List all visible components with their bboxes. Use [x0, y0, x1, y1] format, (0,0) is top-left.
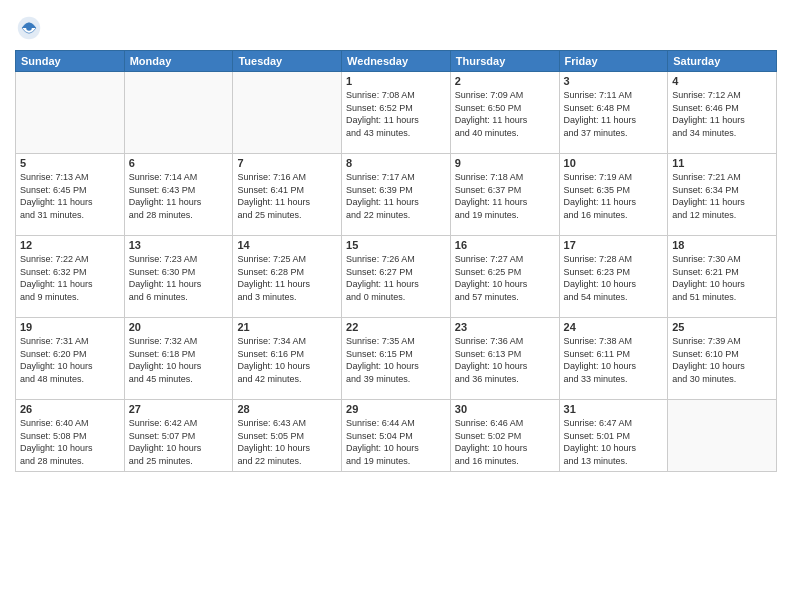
- day-cell: 7Sunrise: 7:16 AM Sunset: 6:41 PM Daylig…: [233, 154, 342, 236]
- day-cell: 9Sunrise: 7:18 AM Sunset: 6:37 PM Daylig…: [450, 154, 559, 236]
- day-number: 17: [564, 239, 664, 251]
- day-number: 7: [237, 157, 337, 169]
- day-cell: 1Sunrise: 7:08 AM Sunset: 6:52 PM Daylig…: [342, 72, 451, 154]
- day-cell: 20Sunrise: 7:32 AM Sunset: 6:18 PM Dayli…: [124, 318, 233, 400]
- svg-point-1: [26, 25, 32, 31]
- day-cell: 15Sunrise: 7:26 AM Sunset: 6:27 PM Dayli…: [342, 236, 451, 318]
- col-header-monday: Monday: [124, 51, 233, 72]
- day-info: Sunrise: 7:32 AM Sunset: 6:18 PM Dayligh…: [129, 335, 229, 385]
- day-cell: 24Sunrise: 7:38 AM Sunset: 6:11 PM Dayli…: [559, 318, 668, 400]
- day-info: Sunrise: 7:18 AM Sunset: 6:37 PM Dayligh…: [455, 171, 555, 221]
- day-number: 3: [564, 75, 664, 87]
- day-cell: 11Sunrise: 7:21 AM Sunset: 6:34 PM Dayli…: [668, 154, 777, 236]
- day-cell: 21Sunrise: 7:34 AM Sunset: 6:16 PM Dayli…: [233, 318, 342, 400]
- day-number: 31: [564, 403, 664, 415]
- day-info: Sunrise: 7:34 AM Sunset: 6:16 PM Dayligh…: [237, 335, 337, 385]
- col-header-sunday: Sunday: [16, 51, 125, 72]
- day-info: Sunrise: 7:19 AM Sunset: 6:35 PM Dayligh…: [564, 171, 664, 221]
- day-cell: 31Sunrise: 6:47 AM Sunset: 5:01 PM Dayli…: [559, 400, 668, 472]
- day-cell: 3Sunrise: 7:11 AM Sunset: 6:48 PM Daylig…: [559, 72, 668, 154]
- day-info: Sunrise: 7:30 AM Sunset: 6:21 PM Dayligh…: [672, 253, 772, 303]
- day-cell: 27Sunrise: 6:42 AM Sunset: 5:07 PM Dayli…: [124, 400, 233, 472]
- day-info: Sunrise: 7:27 AM Sunset: 6:25 PM Dayligh…: [455, 253, 555, 303]
- day-info: Sunrise: 7:09 AM Sunset: 6:50 PM Dayligh…: [455, 89, 555, 139]
- logo-icon: [15, 14, 43, 42]
- day-cell: [233, 72, 342, 154]
- day-cell: 23Sunrise: 7:36 AM Sunset: 6:13 PM Dayli…: [450, 318, 559, 400]
- day-info: Sunrise: 7:16 AM Sunset: 6:41 PM Dayligh…: [237, 171, 337, 221]
- day-number: 4: [672, 75, 772, 87]
- day-cell: 19Sunrise: 7:31 AM Sunset: 6:20 PM Dayli…: [16, 318, 125, 400]
- day-info: Sunrise: 7:35 AM Sunset: 6:15 PM Dayligh…: [346, 335, 446, 385]
- day-info: Sunrise: 7:23 AM Sunset: 6:30 PM Dayligh…: [129, 253, 229, 303]
- day-cell: 14Sunrise: 7:25 AM Sunset: 6:28 PM Dayli…: [233, 236, 342, 318]
- day-number: 15: [346, 239, 446, 251]
- day-cell: 5Sunrise: 7:13 AM Sunset: 6:45 PM Daylig…: [16, 154, 125, 236]
- header: [15, 10, 777, 42]
- day-number: 21: [237, 321, 337, 333]
- day-number: 14: [237, 239, 337, 251]
- day-info: Sunrise: 6:46 AM Sunset: 5:02 PM Dayligh…: [455, 417, 555, 467]
- day-number: 18: [672, 239, 772, 251]
- day-cell: 8Sunrise: 7:17 AM Sunset: 6:39 PM Daylig…: [342, 154, 451, 236]
- day-cell: 28Sunrise: 6:43 AM Sunset: 5:05 PM Dayli…: [233, 400, 342, 472]
- day-cell: 17Sunrise: 7:28 AM Sunset: 6:23 PM Dayli…: [559, 236, 668, 318]
- day-cell: 18Sunrise: 7:30 AM Sunset: 6:21 PM Dayli…: [668, 236, 777, 318]
- day-info: Sunrise: 7:39 AM Sunset: 6:10 PM Dayligh…: [672, 335, 772, 385]
- day-number: 24: [564, 321, 664, 333]
- day-info: Sunrise: 6:42 AM Sunset: 5:07 PM Dayligh…: [129, 417, 229, 467]
- day-number: 30: [455, 403, 555, 415]
- day-cell: 29Sunrise: 6:44 AM Sunset: 5:04 PM Dayli…: [342, 400, 451, 472]
- day-cell: 26Sunrise: 6:40 AM Sunset: 5:08 PM Dayli…: [16, 400, 125, 472]
- day-number: 11: [672, 157, 772, 169]
- day-info: Sunrise: 7:26 AM Sunset: 6:27 PM Dayligh…: [346, 253, 446, 303]
- day-info: Sunrise: 7:36 AM Sunset: 6:13 PM Dayligh…: [455, 335, 555, 385]
- day-info: Sunrise: 6:43 AM Sunset: 5:05 PM Dayligh…: [237, 417, 337, 467]
- col-header-tuesday: Tuesday: [233, 51, 342, 72]
- day-info: Sunrise: 7:38 AM Sunset: 6:11 PM Dayligh…: [564, 335, 664, 385]
- day-number: 19: [20, 321, 120, 333]
- day-cell: [16, 72, 125, 154]
- day-number: 28: [237, 403, 337, 415]
- day-cell: 12Sunrise: 7:22 AM Sunset: 6:32 PM Dayli…: [16, 236, 125, 318]
- day-number: 22: [346, 321, 446, 333]
- day-number: 27: [129, 403, 229, 415]
- day-number: 12: [20, 239, 120, 251]
- logo: [15, 14, 46, 42]
- day-number: 9: [455, 157, 555, 169]
- day-info: Sunrise: 7:12 AM Sunset: 6:46 PM Dayligh…: [672, 89, 772, 139]
- day-cell: [124, 72, 233, 154]
- day-info: Sunrise: 7:14 AM Sunset: 6:43 PM Dayligh…: [129, 171, 229, 221]
- day-number: 13: [129, 239, 229, 251]
- day-info: Sunrise: 7:11 AM Sunset: 6:48 PM Dayligh…: [564, 89, 664, 139]
- day-number: 6: [129, 157, 229, 169]
- week-row-5: 26Sunrise: 6:40 AM Sunset: 5:08 PM Dayli…: [16, 400, 777, 472]
- col-header-wednesday: Wednesday: [342, 51, 451, 72]
- day-number: 2: [455, 75, 555, 87]
- col-header-friday: Friday: [559, 51, 668, 72]
- day-cell: 4Sunrise: 7:12 AM Sunset: 6:46 PM Daylig…: [668, 72, 777, 154]
- day-info: Sunrise: 7:28 AM Sunset: 6:23 PM Dayligh…: [564, 253, 664, 303]
- day-cell: 30Sunrise: 6:46 AM Sunset: 5:02 PM Dayli…: [450, 400, 559, 472]
- day-number: 29: [346, 403, 446, 415]
- day-number: 26: [20, 403, 120, 415]
- header-row: SundayMondayTuesdayWednesdayThursdayFrid…: [16, 51, 777, 72]
- day-cell: 16Sunrise: 7:27 AM Sunset: 6:25 PM Dayli…: [450, 236, 559, 318]
- day-cell: 22Sunrise: 7:35 AM Sunset: 6:15 PM Dayli…: [342, 318, 451, 400]
- day-number: 20: [129, 321, 229, 333]
- day-cell: 10Sunrise: 7:19 AM Sunset: 6:35 PM Dayli…: [559, 154, 668, 236]
- day-cell: 2Sunrise: 7:09 AM Sunset: 6:50 PM Daylig…: [450, 72, 559, 154]
- day-info: Sunrise: 7:13 AM Sunset: 6:45 PM Dayligh…: [20, 171, 120, 221]
- day-number: 8: [346, 157, 446, 169]
- week-row-1: 1Sunrise: 7:08 AM Sunset: 6:52 PM Daylig…: [16, 72, 777, 154]
- day-info: Sunrise: 7:31 AM Sunset: 6:20 PM Dayligh…: [20, 335, 120, 385]
- page: SundayMondayTuesdayWednesdayThursdayFrid…: [0, 0, 792, 612]
- week-row-3: 12Sunrise: 7:22 AM Sunset: 6:32 PM Dayli…: [16, 236, 777, 318]
- day-info: Sunrise: 6:47 AM Sunset: 5:01 PM Dayligh…: [564, 417, 664, 467]
- col-header-saturday: Saturday: [668, 51, 777, 72]
- calendar-table: SundayMondayTuesdayWednesdayThursdayFrid…: [15, 50, 777, 472]
- day-cell: 13Sunrise: 7:23 AM Sunset: 6:30 PM Dayli…: [124, 236, 233, 318]
- day-number: 16: [455, 239, 555, 251]
- week-row-2: 5Sunrise: 7:13 AM Sunset: 6:45 PM Daylig…: [16, 154, 777, 236]
- day-number: 1: [346, 75, 446, 87]
